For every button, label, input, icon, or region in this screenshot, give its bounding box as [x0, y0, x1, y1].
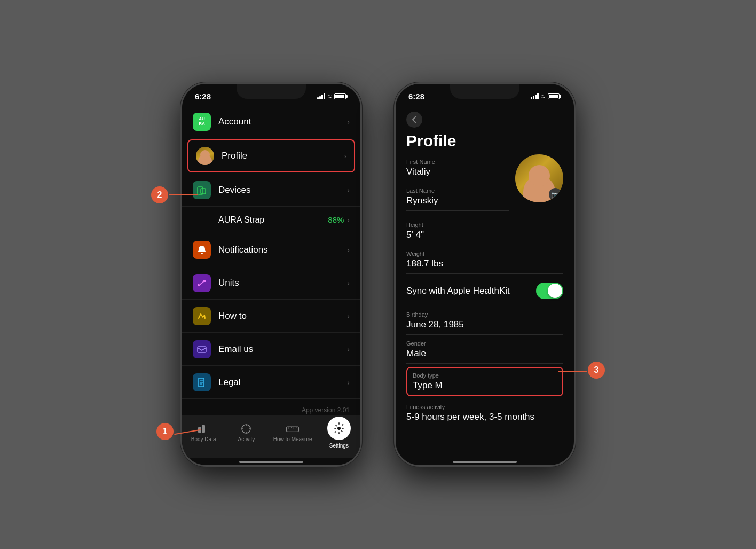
tab-activity[interactable]: Activity — [230, 423, 262, 442]
phone-2: 6:28 ≈ — [394, 82, 576, 467]
tab-activity-label: Activity — [238, 436, 255, 442]
healthkit-row: Sync with Apple HealthKit — [406, 275, 563, 307]
profile-page-title: Profile — [406, 132, 456, 150]
signal-icon — [317, 93, 325, 99]
first-name-label: First Name — [406, 159, 509, 165]
legal-chevron-icon: › — [347, 378, 350, 387]
devices-chevron-icon: › — [347, 186, 350, 194]
notifications-label: Notifications — [218, 245, 347, 255]
email-icon — [193, 340, 211, 358]
status-bar-1: 6:28 ≈ — [182, 84, 360, 105]
units-label: Units — [218, 278, 347, 288]
menu-item-email[interactable]: Email us › — [182, 333, 360, 366]
gender-field: Gender Male — [406, 336, 563, 364]
profile-content: First Name Vitaliy Last Name Rynskiy 📷 — [396, 154, 574, 458]
notifications-icon — [193, 241, 211, 259]
body-type-label: Body type — [413, 372, 557, 379]
wifi-icon-2: ≈ — [541, 92, 545, 100]
menu-item-howto[interactable]: How to › — [182, 300, 360, 333]
back-button[interactable] — [406, 112, 422, 128]
email-label: Email us — [218, 344, 347, 355]
last-name-label: Last Name — [406, 187, 509, 194]
tab-measure-label: How to Measure — [273, 436, 312, 442]
badge-1: 1 — [156, 423, 174, 440]
height-label: Height — [406, 222, 563, 228]
aura-strap-chevron-icon: › — [347, 216, 350, 224]
wifi-icon: ≈ — [328, 92, 332, 100]
battery-icon-2 — [548, 93, 561, 99]
activity-icon — [239, 423, 253, 435]
app-version: App version 2.01 — [182, 404, 360, 415]
birthday-value: June 28, 1985 — [406, 319, 563, 330]
fitness-field: Fitness activity 5-9 hours per week, 3-5… — [406, 399, 563, 427]
devices-label: Devices — [218, 185, 347, 195]
last-name-value: Rynskiy — [406, 195, 509, 206]
gender-label: Gender — [406, 340, 563, 347]
badge-3: 3 — [588, 362, 605, 379]
howto-label: How to — [218, 311, 347, 321]
menu-item-profile[interactable]: Profile › — [187, 139, 355, 172]
units-icon — [193, 274, 211, 292]
birthday-label: Birthday — [406, 311, 563, 318]
healthkit-label: Sync with Apple HealthKit — [406, 286, 510, 296]
menu-item-legal[interactable]: Legal › — [182, 366, 360, 399]
status-bar-2: 6:28 ≈ — [396, 84, 574, 105]
email-chevron-icon: › — [347, 345, 350, 354]
body-type-value: Type M — [413, 380, 557, 391]
weight-label: Weight — [406, 250, 563, 257]
howto-chevron-icon: › — [347, 312, 350, 320]
home-indicator-2 — [453, 461, 517, 463]
battery-icon — [334, 93, 348, 99]
tab-bar-1: Body Data Activity — [182, 415, 360, 458]
profile-top-row: First Name Vitaliy Last Name Rynskiy 📷 — [406, 154, 563, 212]
tab-measure[interactable]: How to Measure — [273, 423, 312, 442]
menu-item-units[interactable]: Units › — [182, 266, 360, 300]
weight-value: 188.7 lbs — [406, 258, 563, 269]
aura-strap-value: 88% — [328, 215, 344, 224]
height-field: Height 5' 4" — [406, 217, 563, 245]
phone-1: 6:28 ≈ A — [180, 82, 362, 467]
notifications-chevron-icon: › — [347, 246, 350, 254]
time-1: 6:28 — [195, 92, 211, 101]
tab-body-data-label: Body Data — [191, 436, 216, 442]
devices-icon — [193, 181, 211, 199]
tab-body-data[interactable]: Body Data — [187, 423, 219, 442]
settings-circle — [327, 417, 351, 440]
menu-item-notifications[interactable]: Notifications › — [182, 233, 360, 266]
first-name-field: First Name Vitaliy — [406, 154, 509, 182]
menu-item-aura-strap[interactable]: AURA Strap 88% › — [182, 207, 360, 233]
settings-menu: AURA Account › Profile — [182, 105, 360, 404]
account-label: Account — [218, 116, 347, 127]
tab-settings[interactable]: Settings — [323, 417, 355, 449]
menu-item-devices[interactable]: Devices › — [182, 174, 360, 207]
weight-field: Weight 188.7 lbs — [406, 246, 563, 274]
svg-rect-9 — [287, 427, 299, 432]
body-type-field: Body type Type M — [406, 367, 563, 396]
time-2: 6:28 — [408, 92, 424, 101]
aura-logo-icon: AURA — [193, 113, 211, 131]
first-name-value: Vitaliy — [406, 167, 509, 177]
signal-icon-2 — [531, 93, 539, 99]
svg-line-2 — [199, 280, 205, 286]
tab-settings-label: Settings — [329, 443, 349, 449]
svg-rect-0 — [198, 187, 203, 194]
home-indicator-1 — [239, 461, 303, 463]
svg-rect-3 — [198, 347, 206, 352]
birthday-field: Birthday June 28, 1985 — [406, 307, 563, 335]
profile-header — [396, 105, 574, 132]
healthkit-toggle[interactable] — [536, 283, 563, 299]
aura-strap-label: AURA Strap — [218, 215, 328, 225]
menu-item-account[interactable]: AURA Account › — [182, 105, 360, 138]
status-icons-2: ≈ — [531, 92, 561, 100]
account-chevron-icon: › — [347, 117, 350, 126]
profile-chevron-icon: › — [344, 152, 346, 160]
measure-icon — [286, 423, 300, 435]
legal-label: Legal — [218, 377, 347, 388]
profile-avatar-icon — [196, 147, 214, 165]
profile-label: Profile — [222, 151, 344, 161]
fitness-label: Fitness activity — [406, 404, 563, 410]
units-chevron-icon: › — [347, 279, 350, 287]
howto-icon — [193, 307, 211, 325]
camera-btn[interactable]: 📷 — [549, 188, 562, 201]
height-value: 5' 4" — [406, 230, 563, 240]
